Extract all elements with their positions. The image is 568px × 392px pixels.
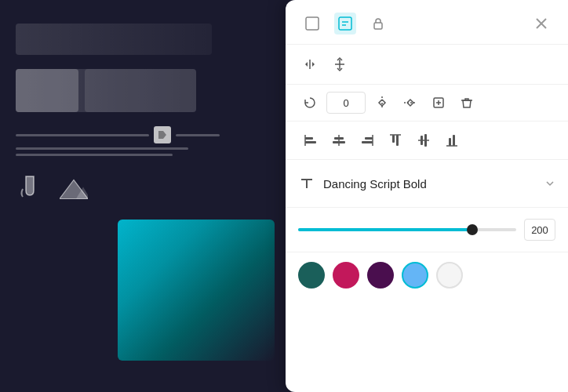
svg-rect-25 bbox=[362, 141, 373, 143]
panel-tabs bbox=[301, 13, 389, 34]
canvas-text-element-1 bbox=[16, 24, 212, 55]
svg-rect-33 bbox=[449, 138, 451, 146]
size-slider-fill bbox=[298, 228, 472, 231]
line-row-1 bbox=[16, 126, 220, 143]
color-swatch-purple[interactable] bbox=[367, 262, 394, 289]
svg-rect-18 bbox=[305, 137, 313, 140]
svg-rect-31 bbox=[424, 134, 427, 147]
move-vertical-icon[interactable] bbox=[328, 53, 351, 76]
properties-panel: 0 bbox=[286, 0, 568, 392]
close-button[interactable] bbox=[530, 13, 552, 34]
mirror-horizontal-icon[interactable] bbox=[370, 91, 394, 114]
move-horizontal-icon[interactable] bbox=[298, 53, 322, 76]
svg-rect-21 bbox=[334, 137, 344, 140]
tab-frame[interactable] bbox=[301, 13, 323, 34]
color-swatch-teal[interactable] bbox=[298, 262, 325, 289]
svg-rect-2 bbox=[306, 17, 319, 30]
align-right-icon[interactable] bbox=[355, 128, 380, 153]
add-layer-icon[interactable] bbox=[427, 91, 450, 114]
svg-rect-34 bbox=[453, 135, 455, 146]
delete-icon[interactable] bbox=[455, 91, 479, 114]
canvas-text-element-2 bbox=[16, 69, 196, 112]
flip-vertical-icon[interactable] bbox=[399, 91, 422, 114]
toolbar-row-2: 0 bbox=[286, 85, 568, 122]
tab-text[interactable] bbox=[334, 13, 356, 34]
align-bottom-icon[interactable] bbox=[439, 128, 464, 153]
line-row-3 bbox=[16, 154, 220, 156]
line-3 bbox=[16, 147, 188, 150]
canvas-text-left bbox=[16, 69, 78, 112]
line-row-2 bbox=[16, 147, 220, 150]
font-chevron-icon bbox=[544, 178, 555, 189]
svg-rect-30 bbox=[421, 136, 423, 145]
size-slider-track[interactable] bbox=[298, 228, 516, 231]
panel-header bbox=[286, 0, 568, 45]
svg-rect-22 bbox=[333, 141, 345, 143]
svg-rect-28 bbox=[396, 135, 399, 146]
mountain-icon bbox=[60, 174, 88, 202]
font-row: Dancing Script Bold bbox=[286, 160, 568, 208]
canvas-lines-element bbox=[16, 126, 220, 156]
paint-bucket-icon bbox=[16, 174, 44, 202]
label-tag-icon bbox=[154, 126, 171, 143]
color-swatch-lightblue[interactable] bbox=[402, 262, 428, 289]
svg-rect-19 bbox=[305, 141, 316, 143]
line-2 bbox=[176, 134, 220, 136]
svg-rect-27 bbox=[392, 135, 395, 143]
size-row: 200 bbox=[286, 208, 568, 252]
color-swatches-row bbox=[286, 252, 568, 298]
line-4 bbox=[16, 154, 173, 156]
rotate-icon[interactable] bbox=[298, 91, 322, 114]
align-left-icon[interactable] bbox=[298, 128, 323, 153]
color-swatch-pink[interactable] bbox=[333, 262, 359, 289]
align-row bbox=[286, 122, 568, 160]
line-1 bbox=[16, 134, 149, 136]
canvas-icons-row bbox=[16, 174, 88, 202]
size-slider-thumb[interactable] bbox=[467, 224, 478, 235]
canvas-text-right bbox=[85, 69, 196, 112]
svg-rect-24 bbox=[365, 137, 373, 140]
color-gradient-block bbox=[118, 220, 275, 361]
size-value: 200 bbox=[524, 219, 555, 241]
align-center-h-icon[interactable] bbox=[326, 128, 351, 153]
rotate-input[interactable]: 0 bbox=[326, 92, 366, 114]
color-swatch-white[interactable] bbox=[436, 262, 463, 289]
tab-lock[interactable] bbox=[367, 13, 389, 34]
toolbar-row-1 bbox=[286, 45, 568, 85]
align-center-v-icon[interactable] bbox=[411, 128, 436, 153]
font-select[interactable]: Dancing Script Bold bbox=[323, 169, 537, 198]
align-top-icon[interactable] bbox=[383, 128, 408, 153]
svg-rect-6 bbox=[374, 23, 382, 29]
svg-rect-3 bbox=[339, 17, 351, 30]
font-t-icon bbox=[298, 175, 315, 192]
